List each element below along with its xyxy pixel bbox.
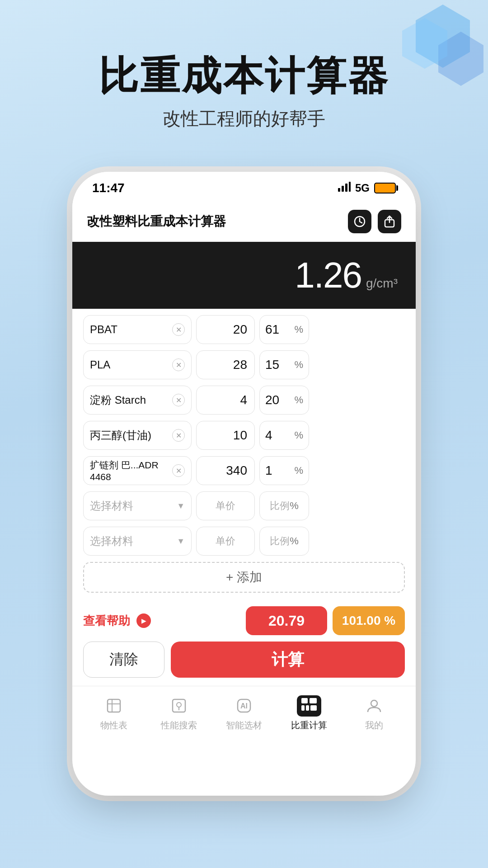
ingredient-pct-1[interactable]: 61 % bbox=[259, 315, 309, 344]
ingredient-price-5[interactable]: 340 bbox=[196, 456, 255, 485]
calculate-button[interactable]: 计算 bbox=[171, 642, 405, 678]
nav-icon-properties bbox=[103, 695, 125, 717]
svg-rect-9 bbox=[108, 699, 120, 712]
result-value: 1.26 bbox=[295, 255, 361, 296]
result-display: 1.26 g/cm³ bbox=[72, 242, 416, 309]
remove-ingredient-4[interactable]: ✕ bbox=[172, 429, 185, 442]
ingredient-row-2: PLA ✕ 28 15 % bbox=[83, 350, 405, 379]
status-time: 11:47 bbox=[92, 181, 125, 195]
svg-point-13 bbox=[177, 703, 181, 707]
hero-section: 比重成本计算器 改性工程师的好帮手 bbox=[0, 54, 488, 131]
ingredient-name-3[interactable]: 淀粉 Starch ✕ bbox=[83, 386, 192, 415]
nav-label-profile: 我的 bbox=[365, 719, 383, 731]
remove-ingredient-1[interactable]: ✕ bbox=[172, 323, 185, 336]
dropdown-row-1: 选择材料 ▼ 单价 比例 % bbox=[83, 491, 405, 520]
svg-point-22 bbox=[371, 700, 377, 707]
ingredient-row-3: 淀粉 Starch ✕ 4 20 % bbox=[83, 386, 405, 415]
signal-icon bbox=[338, 182, 351, 194]
app-sub-title: 改性工程师的好帮手 bbox=[0, 106, 488, 131]
action-row: 清除 计算 bbox=[83, 642, 405, 678]
share-button[interactable] bbox=[378, 210, 401, 233]
ingredient-row-5: 扩链剂 巴...ADR 4468 ✕ 340 1 % bbox=[83, 456, 405, 485]
nav-label-calc: 比重计算 bbox=[291, 719, 327, 731]
app-header: 改性塑料比重成本计算器 bbox=[72, 204, 416, 242]
svg-rect-5 bbox=[345, 184, 347, 192]
dropdown-row-2: 选择材料 ▼ 单价 比例 % bbox=[83, 527, 405, 556]
material-dropdown-1[interactable]: 选择材料 ▼ bbox=[83, 491, 192, 520]
history-button[interactable] bbox=[348, 210, 371, 233]
pct-input-2[interactable]: 比例 % bbox=[259, 527, 309, 556]
header-icon-group bbox=[348, 210, 401, 233]
nav-item-profile[interactable]: 我的 bbox=[342, 695, 407, 731]
ingredient-name-5[interactable]: 扩链剂 巴...ADR 4468 ✕ bbox=[83, 456, 192, 485]
help-label[interactable]: 查看帮助 bbox=[83, 613, 130, 629]
nav-item-calc[interactable]: 比重计算 bbox=[277, 695, 342, 731]
svg-rect-21 bbox=[310, 705, 317, 711]
svg-rect-20 bbox=[306, 705, 309, 711]
status-icons: 5G bbox=[338, 182, 396, 194]
nav-icon-ai: AI bbox=[233, 695, 255, 717]
nav-item-ai[interactable]: AI 智能选材 bbox=[211, 695, 277, 731]
cost-result: 20.79 bbox=[246, 606, 327, 635]
bottom-nav: 物性表 性能搜索 AI 智能选材 比重计算 bbox=[72, 686, 416, 740]
remove-ingredient-2[interactable]: ✕ bbox=[172, 359, 185, 371]
ingredient-price-1[interactable]: 20 bbox=[196, 315, 255, 344]
add-ingredient-button[interactable]: + 添加 bbox=[83, 562, 405, 593]
app-header-title: 改性塑料比重成本计算器 bbox=[87, 213, 226, 230]
app-main-title: 比重成本计算器 bbox=[0, 54, 488, 98]
svg-rect-3 bbox=[338, 188, 340, 192]
status-bar: 11:47 5G bbox=[72, 172, 416, 204]
ingredient-pct-5[interactable]: 1 % bbox=[259, 456, 309, 485]
network-label: 5G bbox=[355, 182, 370, 194]
ingredient-row-4: 丙三醇(甘油) ✕ 10 4 % bbox=[83, 421, 405, 450]
ingredient-pct-4[interactable]: 4 % bbox=[259, 421, 309, 450]
ratio-result: 101.00 % bbox=[333, 606, 405, 635]
remove-ingredient-5[interactable]: ✕ bbox=[172, 464, 185, 477]
svg-rect-18 bbox=[310, 698, 317, 703]
ingredients-list: PBAT ✕ 20 61 % PLA ✕ 28 15 % bbox=[72, 309, 416, 599]
ingredient-name-1[interactable]: PBAT ✕ bbox=[83, 315, 192, 344]
price-input-1[interactable]: 单价 bbox=[196, 491, 255, 520]
ingredient-pct-3[interactable]: 20 % bbox=[259, 386, 309, 415]
ingredient-name-2[interactable]: PLA ✕ bbox=[83, 350, 192, 379]
ingredient-pct-2[interactable]: 15 % bbox=[259, 350, 309, 379]
nav-label-search: 性能搜索 bbox=[161, 719, 197, 731]
price-input-2[interactable]: 单价 bbox=[196, 527, 255, 556]
ingredient-row-1: PBAT ✕ 20 61 % bbox=[83, 315, 405, 344]
nav-icon-search bbox=[168, 695, 190, 717]
svg-rect-4 bbox=[342, 186, 344, 192]
svg-rect-17 bbox=[301, 698, 308, 703]
ingredient-price-2[interactable]: 28 bbox=[196, 350, 255, 379]
ingredient-price-3[interactable]: 4 bbox=[196, 386, 255, 415]
nav-label-ai: 智能选材 bbox=[226, 719, 262, 731]
phone-mockup: 11:47 5G 改性塑料比重成本计算器 bbox=[72, 172, 416, 796]
nav-icon-calc bbox=[298, 695, 320, 717]
clear-button[interactable]: 清除 bbox=[83, 642, 164, 678]
battery-icon bbox=[374, 183, 396, 193]
help-row: 查看帮助 ▶ 20.79 101.00 % bbox=[83, 606, 405, 635]
svg-rect-6 bbox=[349, 182, 351, 192]
help-play-button[interactable]: ▶ bbox=[136, 613, 151, 628]
nav-item-search[interactable]: 性能搜索 bbox=[146, 695, 211, 731]
result-unit: g/cm³ bbox=[366, 276, 398, 291]
remove-ingredient-3[interactable]: ✕ bbox=[172, 394, 185, 406]
svg-text:AI: AI bbox=[240, 702, 248, 710]
pct-input-1[interactable]: 比例 % bbox=[259, 491, 309, 520]
svg-rect-19 bbox=[301, 705, 305, 711]
nav-icon-profile bbox=[363, 695, 385, 717]
ingredient-price-4[interactable]: 10 bbox=[196, 421, 255, 450]
material-dropdown-2[interactable]: 选择材料 ▼ bbox=[83, 527, 192, 556]
bottom-section: 查看帮助 ▶ 20.79 101.00 % 清除 计算 bbox=[72, 599, 416, 686]
nav-item-properties[interactable]: 物性表 bbox=[81, 695, 146, 731]
ingredient-name-4[interactable]: 丙三醇(甘油) ✕ bbox=[83, 421, 192, 450]
nav-label-properties: 物性表 bbox=[100, 719, 127, 731]
